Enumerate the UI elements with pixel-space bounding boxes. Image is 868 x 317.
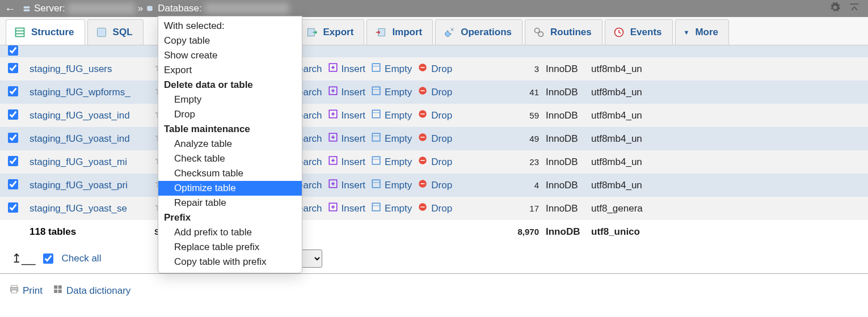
ctx-drop[interactable]: Drop bbox=[158, 107, 302, 122]
insert-action[interactable]: Insert bbox=[328, 179, 366, 192]
summary-row: 118 tablesSum8,970InnoDButf8_unico bbox=[0, 220, 868, 243]
empty-action[interactable]: Empty bbox=[371, 109, 412, 122]
svg-point-10 bbox=[535, 28, 540, 33]
ctx-checksum[interactable]: Checksum table bbox=[158, 166, 302, 181]
tab-sql[interactable]: SQL bbox=[87, 19, 144, 45]
drop-action[interactable]: Drop bbox=[418, 179, 452, 192]
table-name-link[interactable]: staging_fUG_users bbox=[30, 64, 112, 74]
row-count: 59 bbox=[503, 104, 542, 127]
ctx-copy-prefix[interactable]: Copy table with prefix bbox=[158, 255, 302, 269]
row-count: 49 bbox=[503, 127, 542, 150]
ctx-add-prefix[interactable]: Add prefix to table bbox=[158, 225, 302, 240]
ctx-optimize[interactable]: Optimize table bbox=[158, 181, 302, 196]
chevron-down-icon: ▼ bbox=[684, 29, 690, 36]
ctx-delete-section: Delete data or table bbox=[158, 78, 302, 92]
row-count: 3 bbox=[503, 57, 542, 81]
empty-action[interactable]: Empty bbox=[371, 155, 412, 168]
ctx-show-create[interactable]: Show create bbox=[158, 48, 302, 63]
row-checkbox[interactable] bbox=[8, 86, 18, 96]
collapse-icon[interactable] bbox=[849, 2, 860, 16]
ctx-check[interactable]: Check table bbox=[158, 151, 302, 166]
drop-action[interactable]: Drop bbox=[418, 132, 452, 145]
insert-action[interactable]: Insert bbox=[328, 86, 366, 99]
svg-rect-73 bbox=[372, 133, 380, 141]
server-icon bbox=[22, 5, 32, 12]
ctx-empty[interactable]: Empty bbox=[158, 92, 302, 107]
table-row: staging_fUG_yoast_indBrowseStructureSear… bbox=[0, 127, 868, 150]
empty-action[interactable]: Empty bbox=[371, 62, 412, 75]
empty-icon bbox=[371, 109, 381, 122]
print-link[interactable]: Print bbox=[9, 284, 43, 297]
tab-sql-label: SQL bbox=[113, 27, 133, 38]
svg-rect-7 bbox=[97, 28, 106, 37]
data-dictionary-link[interactable]: Data dictionary bbox=[53, 284, 130, 297]
row-checkbox[interactable] bbox=[8, 202, 18, 213]
engine: InnoDB bbox=[542, 127, 588, 150]
structure-icon bbox=[14, 27, 26, 38]
drop-action[interactable]: Drop bbox=[418, 202, 452, 215]
tab-routines[interactable]: Routines bbox=[525, 19, 602, 45]
table-name-link[interactable]: staging_fUG_yoast_pri bbox=[30, 180, 128, 191]
check-all-checkbox[interactable] bbox=[43, 253, 53, 264]
ctx-export[interactable]: Export bbox=[158, 63, 302, 78]
ctx-copy-table[interactable]: Copy table bbox=[158, 33, 302, 48]
drop-action[interactable]: Drop bbox=[418, 109, 452, 122]
tab-export[interactable]: Export bbox=[298, 19, 365, 45]
drop-action[interactable]: Drop bbox=[418, 86, 452, 99]
check-all-label[interactable]: Check all bbox=[61, 253, 101, 264]
drop-action[interactable]: Drop bbox=[418, 62, 452, 75]
empty-action[interactable]: Empty bbox=[371, 86, 412, 99]
table-name-link[interactable]: staging_fUG_wpforms_ bbox=[30, 87, 130, 98]
row-count: 41 bbox=[503, 81, 542, 104]
footer-links: Print Data dictionary bbox=[0, 274, 868, 297]
engine: InnoDB bbox=[542, 174, 588, 197]
ctx-replace-prefix[interactable]: Replace table prefix bbox=[158, 240, 302, 255]
table-row: staging_fUG_yoast_miBrowseStructureSearc… bbox=[0, 150, 868, 174]
row-checkbox[interactable] bbox=[8, 109, 18, 120]
tab-structure[interactable]: Structure bbox=[6, 19, 85, 45]
row-checkbox[interactable] bbox=[8, 156, 18, 166]
row-checkbox[interactable] bbox=[8, 63, 18, 73]
sql-icon bbox=[96, 27, 107, 38]
engine: InnoDB bbox=[542, 197, 588, 220]
table-name-link[interactable]: staging_fUG_yoast_se bbox=[30, 203, 127, 214]
row-checkbox[interactable] bbox=[8, 179, 18, 189]
context-menu: With selected: Copy table Show create Ex… bbox=[158, 16, 302, 273]
insert-action[interactable]: Insert bbox=[328, 132, 366, 145]
data-dictionary-icon bbox=[53, 284, 63, 297]
empty-action[interactable]: Empty bbox=[371, 179, 412, 192]
collation: utf8mb4_un bbox=[588, 174, 868, 197]
context-menu-header: With selected: bbox=[158, 19, 302, 33]
drop-action[interactable]: Drop bbox=[418, 155, 452, 168]
svg-rect-108 bbox=[421, 183, 425, 184]
tab-more[interactable]: ▼ More bbox=[675, 19, 730, 45]
database-name-blurred: xxxxxxxxxxxx bbox=[204, 3, 289, 14]
empty-icon bbox=[371, 179, 381, 192]
table-name-link[interactable]: staging_fUG_yoast_ind bbox=[30, 110, 130, 121]
empty-action[interactable]: Empty bbox=[371, 132, 412, 145]
svg-rect-76 bbox=[421, 137, 425, 138]
collation: utf8mb4_un bbox=[588, 57, 868, 81]
back-arrow-icon[interactable]: ← bbox=[5, 2, 19, 15]
table-row: staging_fUG_yoast_indBrowseStructureSear… bbox=[0, 104, 868, 127]
insert-action[interactable]: Insert bbox=[328, 202, 366, 215]
row-checkbox[interactable] bbox=[8, 45, 18, 56]
insert-action[interactable]: Insert bbox=[328, 109, 366, 122]
svg-rect-125 bbox=[11, 285, 18, 288]
insert-icon bbox=[328, 179, 338, 192]
tab-operations[interactable]: Operations bbox=[435, 19, 523, 45]
collation: utf8mb4_un bbox=[588, 104, 868, 127]
tab-events[interactable]: Events bbox=[605, 19, 673, 45]
empty-action[interactable]: Empty bbox=[371, 202, 412, 215]
tab-bar: Structure SQL Export Import Operations R… bbox=[0, 17, 868, 45]
import-icon bbox=[375, 27, 386, 38]
row-checkbox[interactable] bbox=[8, 133, 18, 143]
ctx-repair[interactable]: Repair table bbox=[158, 196, 302, 210]
tab-import[interactable]: Import bbox=[366, 19, 433, 45]
gear-icon[interactable] bbox=[829, 2, 841, 16]
ctx-analyze[interactable]: Analyze table bbox=[158, 137, 302, 151]
table-name-link[interactable]: staging_fUG_yoast_ind bbox=[30, 133, 130, 144]
table-name-link[interactable]: staging_fUG_yoast_mi bbox=[30, 157, 127, 167]
insert-action[interactable]: Insert bbox=[328, 62, 366, 75]
insert-action[interactable]: Insert bbox=[328, 155, 366, 168]
